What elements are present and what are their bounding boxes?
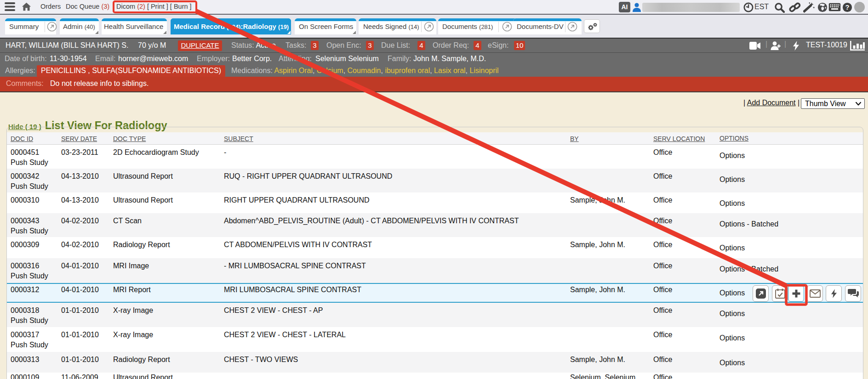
svg-text:?: ?	[845, 4, 850, 11]
